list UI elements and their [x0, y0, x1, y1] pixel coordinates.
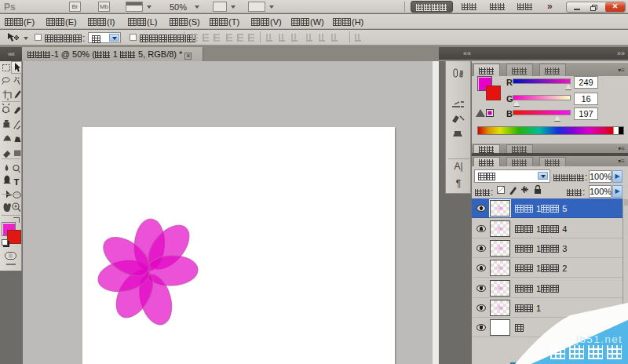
svg-text:jb51.net: jb51.net	[575, 333, 623, 345]
svg-text:T: T	[14, 177, 20, 187]
